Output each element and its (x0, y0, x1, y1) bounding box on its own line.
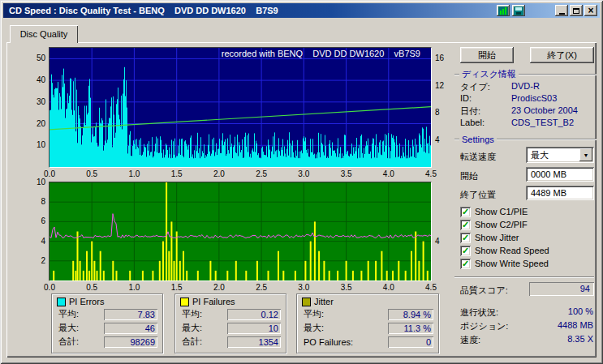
axis-tick-label: 50 (37, 54, 45, 62)
minimize-button[interactable] (555, 5, 568, 16)
pi-failures-left-axis: 108642 (24, 182, 45, 280)
start-button[interactable]: 開始 (460, 47, 514, 63)
axis-tick-label: 2 (41, 256, 45, 265)
check-icon: ✓ (462, 233, 469, 242)
settings-header: Settings (454, 135, 597, 144)
close-icon: × (588, 6, 593, 15)
stat-value: 0.12 (227, 309, 281, 320)
divider (497, 139, 597, 140)
disc-info-row-label: Label: CDS_TEST_B2 (460, 118, 593, 127)
speed-value: 8.35 X (567, 334, 593, 346)
stats-box-title: PI Failures (192, 297, 235, 306)
axis-tick-label: 0.0 (39, 283, 60, 292)
chevron-down-icon[interactable]: ▼ (579, 148, 592, 161)
titlebar[interactable]: CD Speed : Disc Quality Test - BENQ DVD … (3, 3, 600, 18)
checkbox[interactable]: ✓ (460, 259, 471, 269)
checkbox[interactable]: ✓ (460, 220, 471, 230)
stat-value: 46 (104, 323, 157, 334)
stat-value: 0 (388, 336, 433, 348)
chart-save-icon[interactable] (512, 5, 525, 16)
stat-label: 平均: (182, 308, 202, 320)
pi-failures-x-axis: 0.00.51.01.52.02.53.03.54.04.5 (50, 283, 431, 293)
maximize-icon (573, 8, 579, 14)
checkbox-show-c2-pif[interactable]: ✓ Show C2/PIF (460, 219, 528, 230)
axis-tick-label: 4.5 (420, 283, 441, 292)
checkbox-show-c1-pie[interactable]: ✓ Show C1/PIE (460, 206, 528, 217)
speed-row: 速度: 8.35 X (460, 334, 593, 346)
pi-failures-right-axis: 4 (433, 182, 450, 280)
info-value: DVD-R (511, 81, 540, 93)
settings-header-label: Settings (462, 135, 494, 144)
start-position-field[interactable]: 0000 MB (526, 167, 594, 182)
checkbox-label: Show Read Speed (475, 246, 549, 255)
pi-failures-chart (49, 182, 432, 281)
maximize-button[interactable] (570, 5, 583, 16)
disc-info-row-id: ID: ProdiscS03 (460, 93, 593, 103)
quality-score-value: 94 (529, 282, 594, 296)
speed-label-status: 速度: (460, 334, 480, 346)
disc-info-row-date: 日付: 23 October 2004 (460, 105, 593, 118)
exit-button-label: 終了(X) (547, 49, 577, 62)
tab-disc-quality[interactable]: Disc Quality (10, 25, 78, 43)
divider (454, 74, 459, 75)
checkbox-show-jitter[interactable]: ✓ Show Jitter (460, 232, 519, 243)
disc-info-header-label: ディスク情報 (462, 68, 516, 80)
end-position-label: 終了位置 (460, 189, 496, 201)
axis-tick-label: 16 (435, 54, 444, 62)
axis-tick-label: 4.5 (420, 169, 441, 178)
axis-tick-label: 8 (435, 108, 440, 117)
position-label: ポジション: (460, 320, 508, 332)
axis-tick-label: 2.0 (209, 169, 230, 178)
progress-row: 進行状況: 100 % (460, 306, 593, 319)
stat-label: 最大: (58, 322, 79, 334)
axis-tick-label: 2.5 (251, 283, 272, 292)
stat-label: 合計: (58, 336, 79, 348)
disc-info-row-type: タイプ: DVD-R (460, 81, 593, 93)
axis-tick-label: 6 (41, 216, 45, 225)
check-icon: ✓ (462, 246, 469, 255)
info-label: タイプ: (460, 81, 511, 93)
checkbox-show-write-speed[interactable]: ✓ Show Write Speed (460, 258, 549, 269)
check-icon: ✓ (462, 208, 469, 216)
chart-copy-icon[interactable] (497, 5, 510, 16)
pi-errors-stats-box: PI Errors 平均:7.83 最大:46 合計:98269 (51, 293, 163, 353)
jitter-stats-box: Jitter 平均:8.94 % 最大:11.3 % PO Failures:0 (296, 293, 439, 353)
stats-box-title: Jitter (314, 297, 334, 306)
chart-glyph-icon (498, 6, 508, 15)
axis-tick-label: 4.0 (378, 169, 399, 178)
stat-label: 最大: (304, 322, 324, 334)
axis-tick-label: 0.5 (81, 283, 102, 292)
axis-tick-label: 30 (37, 97, 45, 106)
axis-tick-label: 10 (37, 140, 45, 149)
axis-tick-label: 0.5 (81, 169, 102, 178)
info-value: CDS_TEST_B2 (511, 118, 574, 127)
info-value: ProdiscS03 (511, 93, 557, 103)
checkbox[interactable]: ✓ (460, 233, 471, 243)
progress-value: 100 % (568, 306, 593, 319)
axis-tick-label: 10 (37, 178, 45, 186)
stat-value: 10 (227, 323, 281, 334)
checkbox-show-read-speed[interactable]: ✓ Show Read Speed (460, 245, 549, 256)
jitter-swatch (302, 298, 311, 306)
stat-value: 1354 (227, 336, 281, 348)
speed-label: 転送速度 (460, 151, 496, 163)
minimize-icon (559, 13, 565, 15)
end-position-field[interactable]: 4489 MB (526, 186, 594, 200)
axis-tick-label: 4 (435, 135, 440, 144)
checkbox[interactable]: ✓ (460, 207, 471, 217)
divider (519, 74, 597, 75)
pi-errors-chart (49, 47, 432, 168)
axis-tick-label: 2.5 (251, 169, 272, 178)
close-button[interactable]: × (584, 5, 597, 16)
position-row: ポジション: 4488 MB (460, 320, 593, 332)
tab-label: Disc Quality (20, 29, 68, 39)
divider (454, 139, 459, 140)
axis-tick-label: 3.5 (336, 283, 357, 292)
check-icon: ✓ (462, 259, 469, 268)
speed-select-value: 最大 (531, 149, 549, 161)
speed-select[interactable]: 最大 ▼ (526, 147, 594, 163)
checkbox[interactable]: ✓ (460, 246, 471, 256)
exit-button[interactable]: 終了(X) (530, 47, 594, 63)
stat-value: 11.3 % (388, 323, 433, 334)
axis-tick-label: 20 (37, 119, 45, 128)
